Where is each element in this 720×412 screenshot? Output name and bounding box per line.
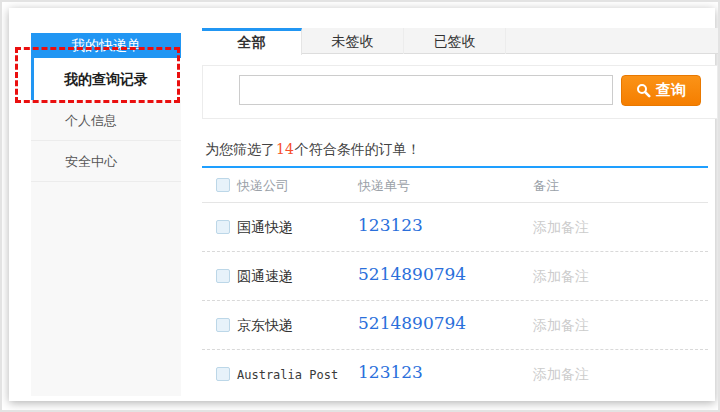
- tab-signed[interactable]: 已签收: [404, 28, 506, 54]
- search-button-label: 查询: [656, 81, 686, 100]
- table-header-row: 快递公司 快递单号 备注: [202, 168, 708, 203]
- tracking-number-link[interactable]: 5214890794: [358, 313, 466, 333]
- tab-unsigned[interactable]: 未签收: [302, 28, 404, 54]
- add-note-link[interactable]: 添加备注: [533, 268, 589, 286]
- result-summary: 为您筛选了14个符合条件的订单！: [205, 141, 421, 159]
- tracking-number-link[interactable]: 123123: [358, 215, 423, 235]
- sidebar-item-query-records[interactable]: 我的查询记录: [31, 58, 181, 100]
- table-row: 京东快递 5214890794 添加备注: [202, 301, 708, 350]
- company-name: Australia Post: [237, 368, 338, 382]
- company-name: 圆通速递: [237, 268, 293, 286]
- header-note: 备注: [533, 177, 559, 195]
- sidebar: 我的快递单 我的查询记录 个人信息 安全中心: [31, 33, 181, 396]
- search-icon: [636, 83, 651, 98]
- search-panel: 查询: [202, 65, 718, 119]
- row-checkbox[interactable]: [216, 367, 230, 381]
- company-name: 国通快递: [237, 219, 293, 237]
- tab-bar: 全部 未签收 已签收: [202, 28, 718, 54]
- row-checkbox[interactable]: [216, 269, 230, 283]
- sidebar-title: 我的快递单: [31, 33, 181, 58]
- add-note-link[interactable]: 添加备注: [533, 366, 589, 384]
- result-summary-suffix: 个符合条件的订单！: [295, 141, 421, 157]
- add-note-link[interactable]: 添加备注: [533, 317, 589, 335]
- tracking-number-link[interactable]: 5214890794: [358, 264, 466, 284]
- table-row: 国通快递 123123 添加备注: [202, 203, 708, 252]
- select-all-checkbox[interactable]: [216, 178, 230, 192]
- orders-table: 快递公司 快递单号 备注 国通快递 123123 添加备注 圆通速递 52148…: [202, 168, 708, 400]
- header-tracking: 快递单号: [358, 177, 410, 195]
- sidebar-item-personal-info[interactable]: 个人信息: [31, 100, 181, 141]
- header-company: 快递公司: [237, 177, 289, 195]
- add-note-link[interactable]: 添加备注: [533, 219, 589, 237]
- row-checkbox[interactable]: [216, 220, 230, 234]
- page-card: 我的快递单 我的查询记录 个人信息 安全中心 全部 未签收 已签收 查询 为您筛…: [9, 8, 715, 401]
- search-button[interactable]: 查询: [621, 75, 701, 106]
- tab-all[interactable]: 全部: [202, 28, 302, 55]
- tracking-number-link[interactable]: 123123: [358, 362, 423, 382]
- result-count: 14: [275, 141, 295, 157]
- result-summary-prefix: 为您筛选了: [205, 141, 275, 157]
- row-checkbox[interactable]: [216, 318, 230, 332]
- table-row: Australia Post 123123 添加备注: [202, 350, 708, 400]
- search-input[interactable]: [239, 75, 613, 105]
- company-name: 京东快递: [237, 317, 293, 335]
- table-row: 圆通速递 5214890794 添加备注: [202, 252, 708, 301]
- sidebar-item-security-center[interactable]: 安全中心: [31, 141, 181, 182]
